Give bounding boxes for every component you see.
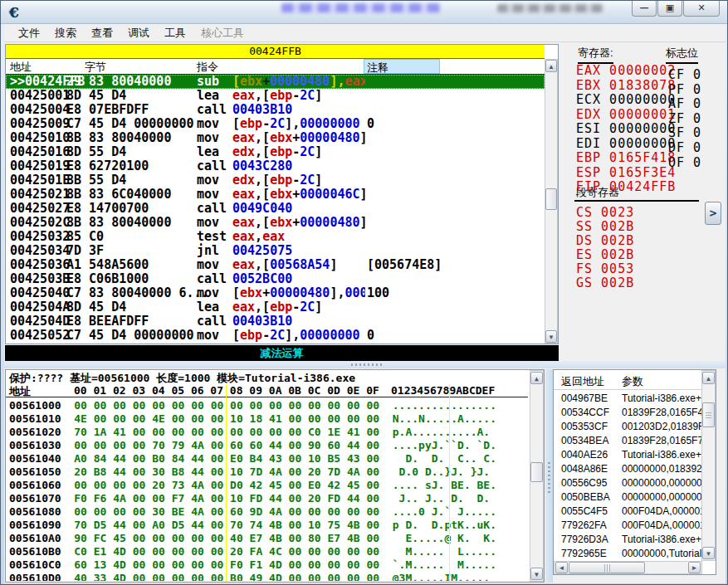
scroll-thumb[interactable]	[530, 462, 543, 482]
disasm-row[interactable]: 00425019E8 62720100call0043C280	[6, 159, 545, 173]
flag-zf[interactable]: ZF 0	[668, 111, 701, 126]
disasm-vscrollbar[interactable]: ▲ ▼	[545, 59, 558, 344]
segment-es[interactable]: ES 002B	[576, 247, 634, 262]
scroll-thumb[interactable]	[569, 562, 645, 573]
disasm-row[interactable]: 00425040C7 83 80040000 6...mov[ebx+00000…	[6, 286, 545, 300]
stack-row[interactable]: 0048A86E00000000,01839278,018	[554, 462, 701, 476]
current-address-bar[interactable]: 00424FFB	[6, 45, 545, 59]
stack-row[interactable]: 004967BETutorial-i386.exe+134C0	[554, 392, 701, 406]
dump-row[interactable]: 00561090 70 D5 44 00 A0 D5 44 00 70 74 4…	[9, 519, 496, 532]
dump-row[interactable]: 00561020 70 1A 41 00 00 00 00 00 00 00 0…	[9, 426, 490, 439]
column-header-params[interactable]: 参数	[622, 374, 643, 389]
maximize-button[interactable]: ▣	[657, 1, 682, 17]
stack-row[interactable]: 00534CCF01839F28,0165F444,Tut	[554, 406, 701, 420]
dump-row[interactable]: 00561040 A0 84 44 00 B0 84 44 00 E0 B4 4…	[9, 452, 496, 466]
stack-row[interactable]: 00556C9500000000,00000000,000	[554, 476, 701, 490]
column-header-comment[interactable]: 注释	[364, 59, 440, 74]
dump-row[interactable]: 00561000 00 00 00 00 00 00 00 00 00 00 0…	[9, 399, 496, 412]
horizontal-splitter[interactable]	[4, 361, 726, 368]
disasm-row[interactable]: 00425004E8 07EBFDFFcall00403B10	[6, 103, 545, 117]
disasm-row[interactable]: 0042504DE8 BEEAFDFFcall00403B10	[6, 314, 545, 329]
dump-row[interactable]: 00561030 00 00 00 00 70 79 4A 00 60 60 4…	[9, 439, 496, 452]
flag-af[interactable]: AF 0	[668, 96, 701, 111]
disasm-row[interactable]: 0042503285 C0testeax,eax	[6, 230, 545, 244]
flag-of[interactable]: OF 0	[668, 155, 701, 170]
disasm-row[interactable]: 00425052C7 45 D4 00000000mov[ebp-2C],000…	[6, 329, 545, 343]
register-edi[interactable]: EDI 00000000	[576, 136, 676, 151]
minimize-button[interactable]: —	[632, 1, 657, 17]
vertical-splitter[interactable]	[545, 369, 553, 583]
register-ebx[interactable]: EBX 01838078	[576, 78, 676, 93]
menu-item-4[interactable]: 调试	[120, 24, 157, 42]
scroll-thumb[interactable]	[702, 402, 715, 427]
segment-ds[interactable]: DS 002B	[576, 233, 634, 248]
register-esp[interactable]: ESP 0165F3E4	[576, 165, 676, 180]
column-header-return-address[interactable]: 返回地址	[561, 374, 604, 389]
stack-row[interactable]: 7792965E00000000,Tutorial-i386.e	[554, 547, 701, 561]
segment-fs[interactable]: FS 0053	[576, 261, 634, 276]
scroll-down-icon[interactable]: ▼	[530, 568, 543, 580]
column-header-bytes[interactable]: 字节	[85, 60, 106, 75]
dump-row[interactable]: 00561010 4E 00 00 00 4E 00 00 00 10 18 4…	[9, 412, 496, 426]
dump-row[interactable]: 005610D0 40 33 4D 00 00 00 00 00 B0 49 4…	[9, 572, 490, 581]
memory-dump-panel[interactable]: 保护:???? 基址=00561000 长度=1000 模块=Tutorial-…	[5, 369, 545, 583]
dump-row[interactable]: 005610B0 C0 E1 4D 00 00 00 00 00 20 FA 4…	[9, 545, 496, 558]
dump-row[interactable]: 00561050 20 B8 44 00 30 B8 44 00 10 7D 4…	[9, 466, 490, 479]
segment-gs[interactable]: GS 002B	[576, 275, 634, 290]
register-edx[interactable]: EDX 00000001	[576, 107, 676, 122]
scroll-thumb[interactable]	[545, 188, 557, 210]
stack-row[interactable]: 77926D3ATutorial-i386.exe+15C40	[554, 533, 701, 547]
dump-row[interactable]: 005610A0 90 FC 45 00 00 00 00 00 40 E7 4…	[9, 532, 496, 545]
column-separator[interactable]	[449, 384, 450, 582]
disasm-row[interactable]: 00425027E8 14700700call0049C040	[6, 202, 545, 216]
scroll-down-icon[interactable]: ▼	[545, 330, 557, 343]
column-header-instruction[interactable]: 指令	[197, 60, 218, 75]
register-eip[interactable]: EIP 00424FFB	[576, 179, 676, 194]
disasm-row[interactable]: 0042501E8B 55 D4movedx,[ebp-2C]	[6, 173, 545, 188]
stack-row[interactable]: 00534BEA01839F28,0165F7B4,016	[554, 434, 701, 448]
disasm-row[interactable]: 0042504A8D 45 D4leaeax,[ebp-2C]	[6, 300, 545, 314]
dump-row[interactable]: 005610C0 60 13 4D 00 00 00 00 00 F0 F1 4…	[9, 558, 496, 572]
scroll-down-icon[interactable]: ▼	[702, 547, 715, 559]
stack-row[interactable]: 0050BEBA00000000,00000000,Tut	[554, 490, 701, 505]
disasm-row[interactable]: 0042503BE8 C06B1000call0052BC00	[6, 272, 545, 286]
menu-item-6[interactable]: 核心工具	[193, 24, 252, 42]
stack-row[interactable]: 779262FA000F04DA,00000111,000	[554, 519, 701, 533]
disasm-row-selected[interactable]: >>00424FFB29 83 80040000sub[ebx+00000480…	[6, 75, 545, 89]
register-ecx[interactable]: ECX 00000000	[576, 92, 676, 107]
menu-item-5[interactable]: 工具	[157, 24, 193, 42]
disassembly-panel[interactable]: 00424FFB 地址 字节 指令 注释 >>00424FFB29 83 800…	[5, 44, 559, 344]
title-bar[interactable]: € — ▣ ✕	[1, 1, 728, 24]
scroll-right-icon[interactable]: ►	[688, 562, 701, 573]
registers-panel[interactable]: 寄存器: 标志位 段寄存器 EAX 00000002EBX 01838078EC…	[566, 42, 706, 360]
scroll-up-icon[interactable]: ▲	[702, 372, 715, 384]
flag-df[interactable]: DF 0	[668, 140, 701, 155]
close-button[interactable]: ✕	[683, 1, 720, 17]
menu-item-3[interactable]: 查看	[84, 24, 120, 42]
call-stack-panel[interactable]: 返回地址 参数 004967BETutorial-i386.exe+134C00…	[553, 369, 716, 575]
column-header-address[interactable]: 地址	[10, 60, 32, 75]
dump-vscrollbar[interactable]: ▲ ▼	[530, 370, 544, 582]
stack-hscrollbar[interactable]: ◄ ►	[554, 561, 702, 574]
disasm-row[interactable]: 0042502C8B 83 80040000moveax,[ebx+000004…	[6, 216, 545, 230]
stack-row[interactable]: 005353CF001203D2,01839F28,016	[554, 420, 701, 434]
dump-row[interactable]: 00561070 F0 F6 4A 00 00 F7 4A 00 10 FD 4…	[9, 492, 490, 505]
flag-cf[interactable]: CF 0	[668, 67, 701, 82]
register-esi[interactable]: ESI 00000000	[576, 121, 676, 136]
disasm-row[interactable]: 004250347D 3Fjnl00425075	[6, 244, 545, 258]
scroll-up-icon[interactable]: ▲	[530, 372, 543, 384]
flag-pf[interactable]: PF 0	[668, 82, 701, 97]
scroll-left-icon[interactable]: ◄	[555, 562, 568, 573]
column-separator[interactable]	[226, 384, 227, 582]
register-eax[interactable]: EAX 00000002	[576, 63, 676, 78]
segment-ss[interactable]: SS 002B	[576, 219, 634, 234]
stack-row[interactable]: 0040AE26Tutorial-i386.exe+134BD	[554, 448, 701, 462]
segment-cs[interactable]: CS 0023	[576, 205, 634, 220]
scroll-up-icon[interactable]: ▲	[545, 60, 557, 72]
disasm-row[interactable]: 00425009C7 45 D4 00000000mov[ebp-2C],000…	[6, 117, 545, 131]
disasm-row[interactable]: 004250018D 45 D4leaeax,[ebp-2C]	[6, 89, 545, 103]
disasm-row[interactable]: 004250168D 55 D4leaedx,[ebp-2C]	[6, 145, 545, 159]
expand-panel-button[interactable]: >	[705, 202, 721, 225]
disasm-row[interactable]: 004250108B 83 80040000moveax,[ebx+000004…	[6, 131, 545, 145]
disasm-row[interactable]: 00425036A1 548A5600moveax,[00568A54][005…	[6, 258, 545, 272]
